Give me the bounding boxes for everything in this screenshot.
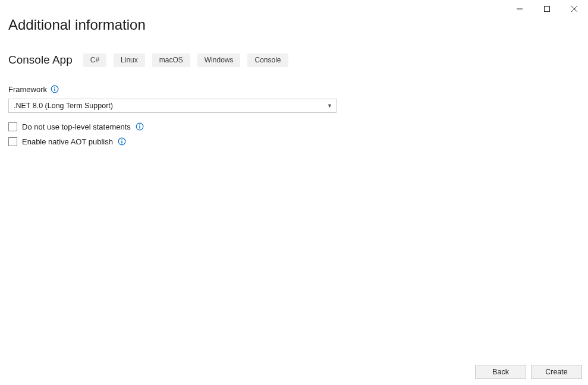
svg-rect-6 <box>54 89 55 91</box>
svg-rect-5 <box>54 87 55 88</box>
minimize-button[interactable] <box>506 0 533 18</box>
svg-rect-8 <box>139 125 140 125</box>
native-aot-checkbox[interactable] <box>8 137 17 146</box>
main-content: Additional information Console App C# Li… <box>0 0 588 146</box>
tag-console[interactable]: Console <box>247 53 288 67</box>
tag-csharp[interactable]: C# <box>83 53 106 67</box>
native-aot-row: Enable native AOT publish <box>8 137 580 146</box>
svg-rect-9 <box>139 126 140 129</box>
framework-label: Framework <box>8 85 47 94</box>
tag-windows[interactable]: Windows <box>197 53 241 67</box>
close-button[interactable] <box>561 0 588 18</box>
framework-dropdown[interactable]: .NET 8.0 (Long Term Support) ▼ <box>8 99 337 113</box>
close-icon <box>571 6 577 12</box>
info-icon[interactable] <box>118 137 126 146</box>
native-aot-label: Enable native AOT publish <box>22 137 113 146</box>
maximize-icon <box>544 6 550 12</box>
toplevel-statements-row: Do not use top-level statements <box>8 122 580 131</box>
svg-rect-1 <box>545 7 550 12</box>
back-button[interactable]: Back <box>475 365 526 379</box>
maximize-button[interactable] <box>533 0 561 18</box>
tag-macos[interactable]: macOS <box>152 53 190 67</box>
toplevel-statements-label: Do not use top-level statements <box>22 122 131 131</box>
info-icon[interactable] <box>51 85 59 93</box>
project-type-row: Console App C# Linux macOS Windows Conso… <box>8 53 580 67</box>
framework-label-row: Framework <box>8 85 580 94</box>
window-controls <box>506 0 588 18</box>
minimize-icon <box>517 6 523 12</box>
tag-linux[interactable]: Linux <box>114 53 145 67</box>
svg-rect-12 <box>121 141 122 144</box>
footer-buttons: Back Create <box>475 365 582 379</box>
toplevel-statements-checkbox[interactable] <box>8 122 17 131</box>
info-icon[interactable] <box>136 122 144 131</box>
create-button[interactable]: Create <box>531 365 582 379</box>
framework-selected-value: .NET 8.0 (Long Term Support) <box>14 102 113 110</box>
chevron-down-icon: ▼ <box>327 103 332 109</box>
project-type-label: Console App <box>8 53 73 67</box>
page-title: Additional information <box>8 17 580 33</box>
svg-rect-11 <box>121 140 122 140</box>
